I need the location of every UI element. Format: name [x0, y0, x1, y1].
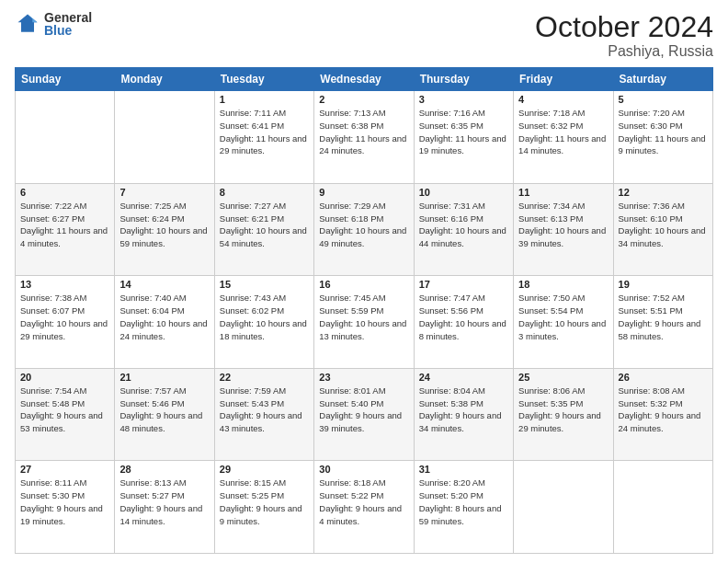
- cell-1-2: 8Sunrise: 7:27 AM Sunset: 6:21 PM Daylig…: [214, 183, 313, 276]
- cell-4-1: 28Sunrise: 8:13 AM Sunset: 5:27 PM Dayli…: [115, 461, 214, 554]
- day-info-3-2: Sunrise: 7:59 AM Sunset: 5:43 PM Dayligh…: [220, 385, 309, 435]
- cell-2-0: 13Sunrise: 7:38 AM Sunset: 6:07 PM Dayli…: [16, 276, 115, 369]
- day-number-1-1: 7: [119, 187, 209, 198]
- day-info-4-3: Sunrise: 8:18 AM Sunset: 5:22 PM Dayligh…: [319, 477, 408, 527]
- day-number-1-0: 6: [20, 187, 109, 198]
- day-number-3-5: 25: [518, 372, 608, 383]
- day-number-2-3: 16: [319, 279, 408, 290]
- day-number-1-2: 8: [220, 187, 309, 198]
- cell-0-6: 5Sunrise: 7:20 AM Sunset: 6:30 PM Daylig…: [613, 91, 712, 184]
- day-number-4-0: 27: [20, 464, 109, 475]
- svg-marker-0: [18, 15, 38, 32]
- cell-2-1: 14Sunrise: 7:40 AM Sunset: 6:04 PM Dayli…: [115, 276, 214, 369]
- day-info-0-5: Sunrise: 7:18 AM Sunset: 6:32 PM Dayligh…: [518, 107, 608, 157]
- day-number-3-3: 23: [319, 372, 408, 383]
- day-info-2-3: Sunrise: 7:45 AM Sunset: 5:59 PM Dayligh…: [319, 292, 408, 342]
- logo-general-label: General: [44, 11, 92, 24]
- col-sunday: Sunday: [16, 68, 115, 91]
- day-info-1-6: Sunrise: 7:36 AM Sunset: 6:10 PM Dayligh…: [619, 200, 708, 250]
- col-friday: Friday: [514, 68, 613, 91]
- week-row-1: 6Sunrise: 7:22 AM Sunset: 6:27 PM Daylig…: [16, 183, 713, 276]
- day-info-0-3: Sunrise: 7:13 AM Sunset: 6:38 PM Dayligh…: [319, 107, 408, 157]
- cell-2-3: 16Sunrise: 7:45 AM Sunset: 5:59 PM Dayli…: [314, 276, 414, 369]
- day-info-2-4: Sunrise: 7:47 AM Sunset: 5:56 PM Dayligh…: [419, 292, 508, 342]
- day-info-1-1: Sunrise: 7:25 AM Sunset: 6:24 PM Dayligh…: [119, 200, 209, 250]
- day-number-2-2: 15: [220, 279, 309, 290]
- col-tuesday: Tuesday: [214, 68, 313, 91]
- day-info-3-3: Sunrise: 8:01 AM Sunset: 5:40 PM Dayligh…: [319, 385, 408, 435]
- day-number-3-4: 24: [419, 372, 508, 383]
- cell-2-6: 19Sunrise: 7:52 AM Sunset: 5:51 PM Dayli…: [613, 276, 712, 369]
- cell-3-4: 24Sunrise: 8:04 AM Sunset: 5:38 PM Dayli…: [414, 368, 513, 461]
- calendar-location: Pashiya, Russia: [535, 43, 713, 60]
- calendar-table: Sunday Monday Tuesday Wednesday Thursday…: [15, 67, 713, 554]
- day-info-0-2: Sunrise: 7:11 AM Sunset: 6:41 PM Dayligh…: [220, 107, 309, 157]
- day-number-4-2: 29: [220, 464, 309, 475]
- cell-0-2: 1Sunrise: 7:11 AM Sunset: 6:41 PM Daylig…: [214, 91, 313, 184]
- day-info-3-4: Sunrise: 8:04 AM Sunset: 5:38 PM Dayligh…: [419, 385, 508, 435]
- week-row-3: 20Sunrise: 7:54 AM Sunset: 5:48 PM Dayli…: [16, 368, 713, 461]
- day-number-0-6: 5: [619, 94, 708, 105]
- cell-3-3: 23Sunrise: 8:01 AM Sunset: 5:40 PM Dayli…: [314, 368, 414, 461]
- day-info-1-4: Sunrise: 7:31 AM Sunset: 6:16 PM Dayligh…: [419, 200, 508, 250]
- day-info-4-2: Sunrise: 8:15 AM Sunset: 5:25 PM Dayligh…: [220, 477, 309, 527]
- cell-4-6: [613, 461, 712, 554]
- logo: General Blue: [15, 11, 92, 37]
- day-number-4-3: 30: [319, 464, 408, 475]
- day-info-2-0: Sunrise: 7:38 AM Sunset: 6:07 PM Dayligh…: [20, 292, 109, 342]
- day-info-2-1: Sunrise: 7:40 AM Sunset: 6:04 PM Dayligh…: [119, 292, 209, 342]
- cell-4-0: 27Sunrise: 8:11 AM Sunset: 5:30 PM Dayli…: [16, 461, 115, 554]
- title-block: October 2024 Pashiya, Russia: [535, 11, 713, 60]
- day-info-4-4: Sunrise: 8:20 AM Sunset: 5:20 PM Dayligh…: [419, 477, 508, 527]
- cell-3-1: 21Sunrise: 7:57 AM Sunset: 5:46 PM Dayli…: [115, 368, 214, 461]
- cell-1-3: 9Sunrise: 7:29 AM Sunset: 6:18 PM Daylig…: [314, 183, 414, 276]
- day-number-0-4: 3: [419, 94, 508, 105]
- cell-3-5: 25Sunrise: 8:06 AM Sunset: 5:35 PM Dayli…: [514, 368, 613, 461]
- calendar-body: 1Sunrise: 7:11 AM Sunset: 6:41 PM Daylig…: [16, 91, 713, 554]
- header: General Blue October 2024 Pashiya, Russi…: [15, 11, 713, 60]
- day-info-0-4: Sunrise: 7:16 AM Sunset: 6:35 PM Dayligh…: [419, 107, 508, 157]
- cell-2-2: 15Sunrise: 7:43 AM Sunset: 6:02 PM Dayli…: [214, 276, 313, 369]
- day-number-3-1: 21: [119, 372, 209, 383]
- day-number-0-5: 4: [518, 94, 608, 105]
- day-info-3-1: Sunrise: 7:57 AM Sunset: 5:46 PM Dayligh…: [119, 385, 209, 435]
- day-info-2-2: Sunrise: 7:43 AM Sunset: 6:02 PM Dayligh…: [220, 292, 309, 342]
- cell-3-2: 22Sunrise: 7:59 AM Sunset: 5:43 PM Dayli…: [214, 368, 313, 461]
- day-info-1-2: Sunrise: 7:27 AM Sunset: 6:21 PM Dayligh…: [220, 200, 309, 250]
- day-number-1-4: 10: [419, 187, 508, 198]
- cell-1-4: 10Sunrise: 7:31 AM Sunset: 6:16 PM Dayli…: [414, 183, 513, 276]
- cell-1-5: 11Sunrise: 7:34 AM Sunset: 6:13 PM Dayli…: [514, 183, 613, 276]
- cell-4-4: 31Sunrise: 8:20 AM Sunset: 5:20 PM Dayli…: [414, 461, 513, 554]
- cell-0-0: [16, 91, 115, 184]
- day-info-1-0: Sunrise: 7:22 AM Sunset: 6:27 PM Dayligh…: [20, 200, 109, 250]
- col-saturday: Saturday: [613, 68, 712, 91]
- week-row-4: 27Sunrise: 8:11 AM Sunset: 5:30 PM Dayli…: [16, 461, 713, 554]
- col-wednesday: Wednesday: [314, 68, 414, 91]
- day-number-3-0: 20: [20, 372, 109, 383]
- day-number-4-4: 31: [419, 464, 508, 475]
- day-number-2-4: 17: [419, 279, 508, 290]
- day-number-2-6: 19: [619, 279, 708, 290]
- day-number-1-3: 9: [319, 187, 408, 198]
- cell-4-5: [514, 461, 613, 554]
- week-row-0: 1Sunrise: 7:11 AM Sunset: 6:41 PM Daylig…: [16, 91, 713, 184]
- day-number-0-2: 1: [220, 94, 309, 105]
- calendar-title: October 2024: [535, 11, 713, 43]
- day-number-2-1: 14: [119, 279, 209, 290]
- cell-4-2: 29Sunrise: 8:15 AM Sunset: 5:25 PM Dayli…: [214, 461, 313, 554]
- logo-blue-label: Blue: [44, 24, 92, 37]
- cell-0-4: 3Sunrise: 7:16 AM Sunset: 6:35 PM Daylig…: [414, 91, 513, 184]
- day-number-4-1: 28: [119, 464, 209, 475]
- calendar-header: Sunday Monday Tuesday Wednesday Thursday…: [16, 68, 713, 91]
- cell-3-0: 20Sunrise: 7:54 AM Sunset: 5:48 PM Dayli…: [16, 368, 115, 461]
- day-info-2-6: Sunrise: 7:52 AM Sunset: 5:51 PM Dayligh…: [619, 292, 708, 342]
- day-number-0-3: 2: [319, 94, 408, 105]
- day-info-4-1: Sunrise: 8:13 AM Sunset: 5:27 PM Dayligh…: [119, 477, 209, 527]
- cell-0-5: 4Sunrise: 7:18 AM Sunset: 6:32 PM Daylig…: [514, 91, 613, 184]
- cell-2-4: 17Sunrise: 7:47 AM Sunset: 5:56 PM Dayli…: [414, 276, 513, 369]
- cell-0-1: [115, 91, 214, 184]
- day-number-3-2: 22: [220, 372, 309, 383]
- cell-2-5: 18Sunrise: 7:50 AM Sunset: 5:54 PM Dayli…: [514, 276, 613, 369]
- day-info-4-0: Sunrise: 8:11 AM Sunset: 5:30 PM Dayligh…: [20, 477, 109, 527]
- week-row-2: 13Sunrise: 7:38 AM Sunset: 6:07 PM Dayli…: [16, 276, 713, 369]
